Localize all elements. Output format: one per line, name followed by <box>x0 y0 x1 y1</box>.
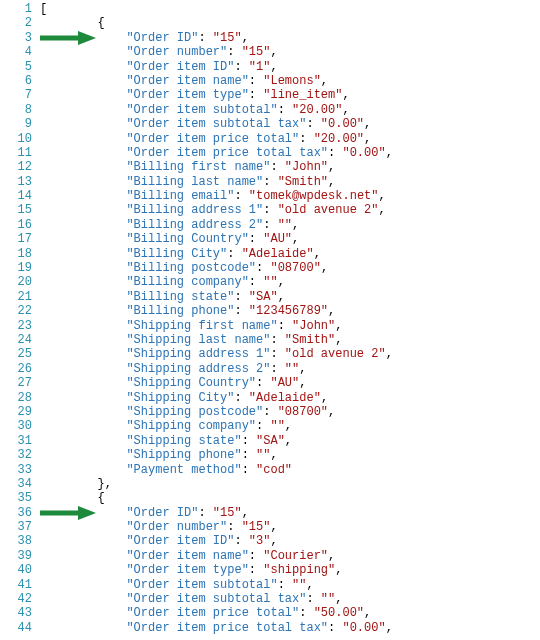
json-key: "Shipping company" <box>126 419 256 433</box>
json-comma: , <box>270 60 277 74</box>
json-key: "Shipping first name" <box>126 319 277 333</box>
line-content: "Shipping phone": "", <box>40 448 540 462</box>
json-key: "Shipping City" <box>126 391 234 405</box>
json-key: "Shipping Country" <box>126 376 256 390</box>
line-content: "Order item ID": "1", <box>40 60 540 74</box>
line-content: "Order item subtotal": "", <box>40 578 540 592</box>
json-comma: , <box>321 391 328 405</box>
json-string: "20.00" <box>292 103 342 117</box>
json-key: "Order item ID" <box>126 534 234 548</box>
line-content: "Billing state": "SA", <box>40 290 540 304</box>
line-number: 2 <box>0 16 40 30</box>
json-key: "Order number" <box>126 45 227 59</box>
json-comma: , <box>306 578 313 592</box>
code-line: 27 "Shipping Country": "AU", <box>0 376 540 390</box>
line-number: 41 <box>0 578 40 592</box>
json-colon: : <box>263 175 277 189</box>
json-key: "Shipping state" <box>126 434 241 448</box>
json-colon: : <box>263 203 277 217</box>
line-number: 37 <box>0 520 40 534</box>
json-colon: : <box>278 319 292 333</box>
json-string: "line_item" <box>263 88 342 102</box>
json-string: "08700" <box>270 261 320 275</box>
line-number: 24 <box>0 333 40 347</box>
json-comma: , <box>314 247 321 261</box>
json-key: "Billing address 2" <box>126 218 263 232</box>
line-content: "Shipping company": "", <box>40 419 540 433</box>
code-line: 15 "Billing address 1": "old avenue 2", <box>0 203 540 217</box>
json-comma: , <box>328 405 335 419</box>
line-number: 38 <box>0 534 40 548</box>
json-key: "Shipping address 2" <box>126 362 270 376</box>
code-line: 31 "Shipping state": "SA", <box>0 434 540 448</box>
json-string: "" <box>285 362 299 376</box>
line-content: "Shipping postcode": "08700", <box>40 405 540 419</box>
json-comma: , <box>270 448 277 462</box>
line-number: 40 <box>0 563 40 577</box>
json-comma: , <box>335 319 342 333</box>
line-content: "Billing phone": "123456789", <box>40 304 540 318</box>
json-string: "15" <box>213 31 242 45</box>
json-colon: : <box>299 132 313 146</box>
code-line: 24 "Shipping last name": "Smith", <box>0 333 540 347</box>
code-line: 32 "Shipping phone": "", <box>0 448 540 462</box>
json-comma: , <box>299 376 306 390</box>
code-lines: 1[2 {3 "Order ID": "15",4 "Order number"… <box>0 2 540 635</box>
json-comma: , <box>335 592 342 606</box>
json-punctuation: { <box>98 491 105 505</box>
json-key: "Order item subtotal tax" <box>126 592 306 606</box>
line-content: "Shipping address 1": "old avenue 2", <box>40 347 540 361</box>
json-comma: , <box>270 520 277 534</box>
json-string: "15" <box>242 520 271 534</box>
line-content: "Billing address 1": "old avenue 2", <box>40 203 540 217</box>
json-comma: , <box>328 160 335 174</box>
line-number: 42 <box>0 592 40 606</box>
json-colon: : <box>299 606 313 620</box>
json-key: "Order item price total" <box>126 132 299 146</box>
line-number: 32 <box>0 448 40 462</box>
json-colon: : <box>198 506 212 520</box>
code-line: 38 "Order item ID": "3", <box>0 534 540 548</box>
json-colon: : <box>227 520 241 534</box>
code-line: 14 "Billing email": "tomek@wpdesk.net", <box>0 189 540 203</box>
json-colon: : <box>263 405 277 419</box>
json-string: "Smith" <box>278 175 328 189</box>
json-key: "Order item type" <box>126 563 248 577</box>
code-line: 28 "Shipping City": "Adelaide", <box>0 391 540 405</box>
code-line: 12 "Billing first name": "John", <box>0 160 540 174</box>
json-key: "Shipping last name" <box>126 333 270 347</box>
line-content: "Billing first name": "John", <box>40 160 540 174</box>
line-number: 39 <box>0 549 40 563</box>
line-number: 13 <box>0 175 40 189</box>
line-content: "Billing Country": "AU", <box>40 232 540 246</box>
line-content: "Billing company": "", <box>40 275 540 289</box>
json-colon: : <box>249 232 263 246</box>
line-number: 9 <box>0 117 40 131</box>
json-key: "Order ID" <box>126 506 198 520</box>
line-content: "Order item price total tax": "0.00", <box>40 146 540 160</box>
code-line: 5 "Order item ID": "1", <box>0 60 540 74</box>
json-colon: : <box>234 60 248 74</box>
line-number: 10 <box>0 132 40 146</box>
json-key: "Shipping phone" <box>126 448 241 462</box>
line-number: 44 <box>0 621 40 635</box>
code-line: 10 "Order item price total": "20.00", <box>0 132 540 146</box>
json-key: "Billing email" <box>126 189 234 203</box>
line-content: "Order number": "15", <box>40 45 540 59</box>
json-string: "Lemons" <box>263 74 321 88</box>
json-comma: , <box>364 132 371 146</box>
json-comma: , <box>242 506 249 520</box>
line-number: 29 <box>0 405 40 419</box>
code-line: 18 "Billing City": "Adelaide", <box>0 247 540 261</box>
json-key: "Order item type" <box>126 88 248 102</box>
json-colon: : <box>227 247 241 261</box>
code-line: 43 "Order item price total": "50.00", <box>0 606 540 620</box>
code-line: 41 "Order item subtotal": "", <box>0 578 540 592</box>
line-content: "Billing address 2": "", <box>40 218 540 232</box>
json-string: "123456789" <box>249 304 328 318</box>
code-line: 1[ <box>0 2 540 16</box>
json-string: "Courier" <box>263 549 328 563</box>
json-colon: : <box>256 419 270 433</box>
json-string: "15" <box>242 45 271 59</box>
json-string: "1" <box>249 60 271 74</box>
